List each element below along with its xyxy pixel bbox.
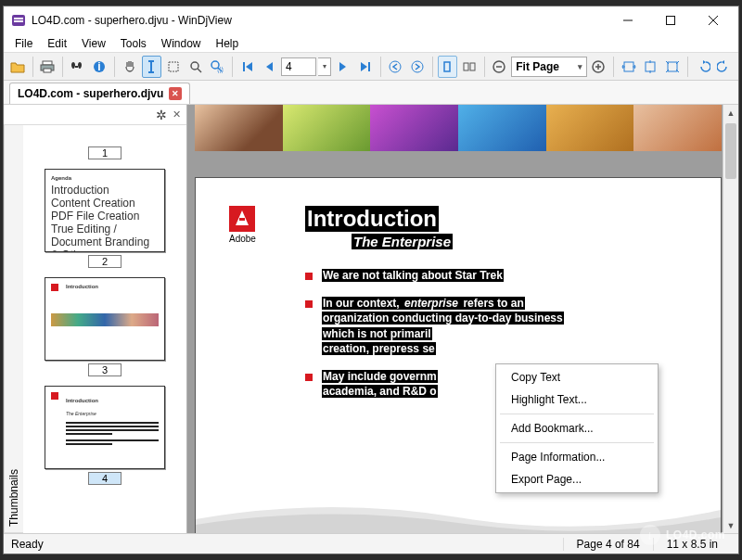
tab-close-icon[interactable] (169, 87, 182, 100)
menu-edit[interactable]: Edit (40, 35, 74, 52)
zoom-rect-tool[interactable] (207, 56, 227, 78)
prev-page-button[interactable] (260, 56, 280, 78)
zoom-in-button[interactable] (589, 56, 609, 78)
svg-rect-7 (43, 61, 52, 65)
find-button[interactable] (68, 56, 88, 78)
rotate-left-button[interactable] (693, 56, 713, 78)
scroll-down-icon[interactable]: ▼ (723, 517, 738, 533)
document-tab[interactable]: LO4D.com - superhero.djvu (9, 83, 190, 104)
tab-strip: LO4D.com - superhero.djvu (4, 81, 738, 105)
context-menu: Copy Text Highlight Text... Add Bookmark… (495, 363, 659, 493)
svg-rect-16 (169, 62, 178, 71)
svg-rect-36 (668, 62, 677, 71)
last-page-button[interactable] (355, 56, 376, 78)
page-dropdown[interactable]: ▾ (318, 57, 331, 76)
menu-view[interactable]: View (74, 35, 113, 52)
fit-page-button[interactable] (662, 56, 683, 78)
panel-settings-icon[interactable]: ✲ (156, 108, 167, 122)
layout-facing-button[interactable] (459, 56, 480, 78)
thumbnail[interactable]: 1 (45, 133, 165, 159)
close-button[interactable] (692, 6, 735, 34)
menu-tools[interactable]: Tools (113, 35, 154, 52)
info-button[interactable]: i (90, 56, 110, 78)
fit-width-button[interactable] (619, 56, 639, 78)
svg-rect-27 (464, 63, 468, 70)
scroll-up-icon[interactable]: ▲ (723, 105, 738, 121)
svg-point-17 (191, 62, 198, 70)
thumbnails-list[interactable]: 1 Agenda Introduction Content Creation P… (23, 125, 186, 533)
ctx-highlight-text[interactable]: Highlight Text... (498, 388, 656, 411)
watermark: ↓ LO4D.com (640, 525, 725, 545)
svg-point-25 (412, 61, 423, 72)
svg-rect-1 (14, 18, 23, 19)
bullet[interactable]: In our context, enterprise refers to an … (305, 296, 687, 356)
subheading[interactable]: The Enterprise (352, 234, 453, 249)
nav-fwd-button[interactable] (407, 56, 428, 78)
svg-point-19 (211, 61, 219, 69)
maximize-button[interactable] (649, 6, 692, 34)
title-bar: LO4D.com - superhero.djvu - WinDjView (4, 6, 738, 34)
first-page-button[interactable] (237, 56, 258, 78)
panel-close-icon[interactable]: ✕ (173, 108, 181, 121)
panel-title[interactable]: Thumbnails (4, 125, 23, 533)
status-bar: Ready Page 4 of 84 11 x 8.5 in (4, 533, 738, 554)
magnify-tool[interactable] (186, 56, 206, 78)
ctx-export-page[interactable]: Export Page... (498, 468, 656, 490)
app-icon (11, 13, 26, 28)
ctx-copy-text[interactable]: Copy Text (498, 366, 656, 388)
svg-point-24 (390, 61, 401, 72)
svg-rect-10 (75, 66, 78, 68)
heading[interactable]: Introduction (305, 206, 439, 232)
thumbnail[interactable]: Introduction 3 (45, 277, 165, 376)
menu-window[interactable]: Window (154, 35, 209, 52)
svg-rect-26 (444, 62, 450, 71)
banner-image (195, 105, 722, 151)
window-title: LO4D.com - superhero.djvu - WinDjView (32, 14, 607, 27)
zoom-combo[interactable]: Fit Page (511, 57, 586, 77)
toolbar: i ▾ Fit Page (4, 53, 738, 81)
pan-tool[interactable] (120, 56, 140, 78)
svg-rect-34 (624, 62, 633, 71)
thumbnails-panel: ✲ ✕ Thumbnails 1 Agenda Introduction (4, 105, 187, 533)
menu-bar: File Edit View Tools Window Help (4, 34, 738, 53)
fit-height-button[interactable] (641, 56, 661, 78)
next-page-button[interactable] (333, 56, 353, 78)
minimize-button[interactable] (607, 6, 649, 34)
watermark-icon: ↓ (640, 525, 660, 545)
bullet[interactable]: We are not talking about Star Trek (305, 268, 687, 283)
svg-rect-4 (667, 17, 675, 25)
svg-rect-2 (14, 20, 23, 22)
scroll-thumb[interactable] (725, 123, 736, 179)
svg-rect-35 (646, 62, 655, 71)
select-tool[interactable] (142, 56, 162, 78)
menu-file[interactable]: File (7, 35, 40, 52)
nav-back-button[interactable] (386, 56, 406, 78)
ctx-separator (500, 442, 654, 443)
svg-rect-9 (44, 69, 51, 72)
layout-single-button[interactable] (438, 56, 458, 78)
thumbnail[interactable]: Agenda Introduction Content Creation PDF… (45, 169, 165, 268)
svg-line-20 (218, 68, 222, 71)
zoom-out-button[interactable] (490, 56, 510, 78)
tab-label: LO4D.com - superhero.djvu (18, 87, 163, 100)
menu-help[interactable]: Help (209, 35, 247, 52)
svg-line-18 (198, 69, 201, 72)
page-input[interactable] (281, 57, 316, 76)
ctx-page-information[interactable]: Page Information... (498, 446, 656, 468)
status-ready: Ready (11, 538, 563, 551)
thumbnail[interactable]: Introduction The Enterprise 4 (45, 386, 165, 485)
rotate-right-button[interactable] (714, 56, 735, 78)
open-button[interactable] (7, 56, 28, 78)
svg-text:i: i (98, 60, 101, 73)
ctx-add-bookmark[interactable]: Add Bookmark... (498, 417, 656, 439)
print-button[interactable] (37, 56, 58, 78)
svg-rect-28 (470, 63, 475, 70)
vertical-scrollbar[interactable]: ▲ ▼ (723, 105, 738, 533)
ctx-separator (500, 414, 654, 414)
adobe-logo: Adobe (229, 206, 256, 244)
marquee-tool[interactable] (163, 56, 184, 78)
